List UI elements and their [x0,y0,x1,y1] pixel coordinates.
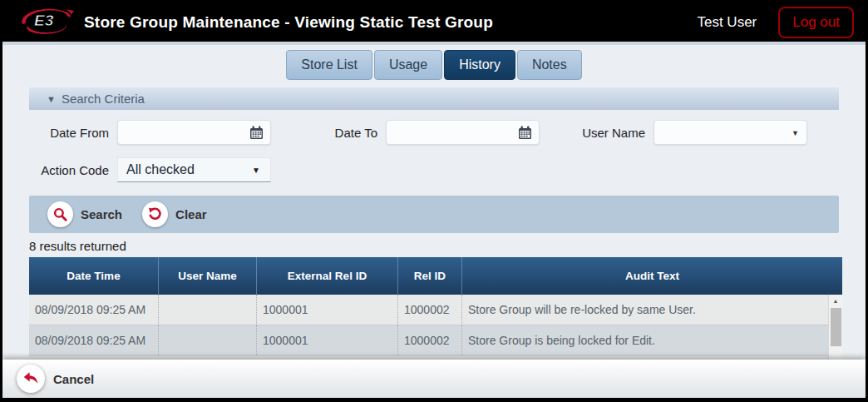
results-table: Date Time User Name External Rel ID Rel … [29,257,842,362]
cell-date-time: 08/09/2018 09:25 AM [29,325,159,355]
cell-user-name [159,325,257,355]
footer-bar: Cancel [2,360,866,398]
e3-logo-icon: E3 [17,4,74,41]
action-code-select[interactable]: All checked ▼ [117,157,271,182]
results-toolbar: Search Clear [29,196,839,233]
action-code-label: Action Code [2,163,109,177]
cell-external-rel-id: 1000001 [257,295,398,325]
search-criteria-header[interactable]: ▼ Search Criteria [29,87,839,110]
column-header-user-name[interactable]: User Name [159,257,257,295]
undo-icon [142,201,168,227]
action-code-value: All checked [126,162,195,176]
date-to-field [386,120,540,145]
cell-rel-id: 1000002 [398,295,462,325]
scrollbar-up-icon[interactable]: ▲ [829,295,842,306]
scrollbar-thumb[interactable] [831,308,841,346]
table-scrollbar[interactable]: ▲ [828,295,842,362]
cell-audit-text: Store Group will be re-locked by same Us… [462,295,828,325]
column-header-rel-id[interactable]: Rel ID [398,257,462,295]
date-to-input[interactable] [392,122,514,143]
chevron-down-icon: ▼ [252,158,260,183]
cancel-button[interactable]: Cancel [53,372,94,386]
tab-bar: Store List Usage History Notes [2,45,866,80]
cell-audit-text: Store Group is being locked for Edit. [462,325,828,355]
table-body: 08/09/2018 09:25 AM 1000001 1000002 Stor… [29,295,842,362]
results-summary: 8 results returned [29,239,866,253]
search-button[interactable]: Search [47,201,122,227]
date-from-input[interactable] [123,122,245,143]
cell-rel-id: 1000002 [398,325,462,355]
logged-in-user: Test User [697,14,757,31]
tab-usage[interactable]: Usage [374,50,442,80]
table-row[interactable]: 08/09/2018 09:25 AM 1000001 1000002 Stor… [29,325,842,356]
date-from-field [117,120,271,145]
date-to-label: Date To [271,126,377,140]
app-header: E3 Store Group Maintenance - Viewing Sta… [2,2,866,42]
search-button-label: Search [81,207,122,221]
cancel-arrow-icon[interactable] [17,365,45,393]
tab-notes[interactable]: Notes [517,50,582,80]
calendar-icon[interactable] [249,126,264,140]
cell-external-rel-id: 1000001 [257,325,398,355]
svg-text:E3: E3 [34,12,54,29]
clear-button-label: Clear [175,207,207,221]
cell-user-name [159,295,257,325]
table-row[interactable]: 08/09/2018 09:25 AM 1000001 1000002 Stor… [29,295,842,325]
column-header-audit-text[interactable]: Audit Text [462,257,842,295]
cell-date-time: 08/09/2018 09:25 AM [29,295,159,325]
page-title: Store Group Maintenance - Viewing Static… [84,13,493,32]
calendar-icon[interactable] [518,126,532,140]
tab-history[interactable]: History [444,50,515,80]
column-header-external-rel-id[interactable]: External Rel ID [257,257,398,295]
user-name-label: User Name [540,126,645,140]
collapse-caret-icon: ▼ [47,94,56,104]
search-criteria-title: Search Criteria [62,92,145,106]
search-icon [47,201,73,227]
date-from-label: Date From [2,126,109,140]
app-window: E3 Store Group Maintenance - Viewing Sta… [2,2,866,398]
user-name-select[interactable]: ▼ [653,120,807,145]
chevron-down-icon: ▼ [792,121,799,146]
table-header-row: Date Time User Name External Rel ID Rel … [29,257,842,295]
logout-button[interactable]: Log out [778,7,854,38]
tab-store-list[interactable]: Store List [286,50,372,80]
clear-button[interactable]: Clear [142,201,207,227]
column-header-date-time[interactable]: Date Time [29,257,159,295]
search-criteria-form: Date From [2,110,866,182]
